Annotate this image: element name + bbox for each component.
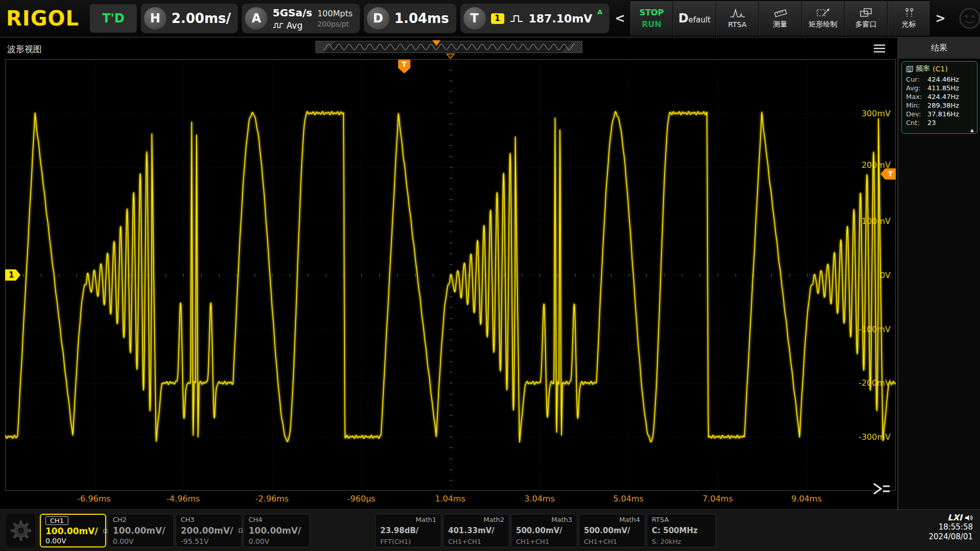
math-scale: 23.98dB/ — [380, 527, 436, 535]
stop-label: STOP — [640, 8, 664, 17]
measurement-doc-icon — [906, 66, 913, 72]
channel3-cell[interactable]: CH3 200.00mV/ Ω -95.51V — [176, 514, 242, 547]
run-label: RUN — [642, 19, 662, 29]
system-status: LXI 18:55:58 2024/08/01 — [929, 513, 973, 542]
hamburger-menu-icon[interactable] — [873, 43, 886, 54]
stop-run-button[interactable]: STOP RUN — [630, 1, 673, 36]
x-axis-label: -2.96ms — [255, 494, 288, 504]
math-name: Math3 — [551, 516, 572, 523]
delay-position-marker[interactable] — [446, 54, 455, 59]
math-scale: 401.33mV/ — [448, 527, 504, 535]
horizontal-overview-strip[interactable] — [315, 41, 582, 53]
delay-value: 1.04ms — [395, 11, 449, 26]
horizontal-settings-group[interactable]: H 2.00ms/ — [141, 4, 238, 33]
math-expression: CH1+CH1 — [448, 538, 504, 545]
x-axis-label: 9.04ms — [791, 494, 822, 504]
channel-name: CH2 — [113, 516, 169, 523]
channel-scale: 100.00mV/ Ω — [45, 527, 101, 536]
avg-waveform-icon — [273, 22, 284, 29]
math3-cell[interactable]: Math3 500.00mV/ CH1+CH1 — [511, 514, 577, 547]
stat-label: Max: — [906, 92, 927, 101]
channel1-cell[interactable]: CH1 100.00mV/ Ω 0.00V — [40, 514, 106, 547]
math1-cell[interactable]: Math1 23.98dB/ FFT(CH1) — [375, 514, 442, 547]
impedance-icon: Ω — [238, 526, 243, 535]
speaker-icon[interactable] — [965, 514, 973, 521]
y-axis-label: -300mV — [859, 432, 891, 442]
trigger-level-value: 187.10mV — [529, 12, 593, 25]
gear-icon — [9, 519, 33, 542]
top-toolbar: RIGOL T'D H 2.00ms/ A 5GSa/s Avg 100Mpts… — [0, 0, 980, 38]
spectrum-icon — [730, 8, 745, 18]
stat-label: Avg: — [906, 84, 927, 92]
stat-value: 411.85Hz — [927, 84, 959, 92]
rtsa-button[interactable]: RTSA — [716, 1, 759, 36]
grid-menu-icon[interactable] — [872, 482, 891, 496]
acquisition-col-right: 100Mpts 200ps/pt — [317, 9, 353, 28]
measure-button[interactable]: 测量 — [759, 1, 802, 36]
multi-window-label: 多窗口 — [855, 20, 877, 29]
math4-cell[interactable]: Math4 500.00mV/ CH1+CH1 — [579, 514, 645, 547]
quick-buttons: STOP RUN Default RTSA 测量 — [630, 1, 930, 36]
results-panel: 结果 频率 (C1) Cur: 424.46Hz Avg: — [898, 38, 980, 509]
toolbar-expand-icon[interactable]: > — [935, 11, 947, 26]
y-axis-label: 0V — [880, 270, 891, 280]
oscilloscope-screen: RIGOL T'D H 2.00ms/ A 5GSa/s Avg 100Mpts… — [0, 0, 980, 551]
horizontal-icon: H — [144, 7, 166, 30]
channel-offset: 0.00V — [113, 538, 169, 545]
rtsa-span: S: 20kHz — [652, 538, 711, 545]
draw-rect-button[interactable]: 矩形绘制 — [802, 1, 845, 36]
acquisition-settings-group[interactable]: A 5GSa/s Avg 100Mpts 200ps/pt — [242, 4, 360, 33]
timebase-value: 2.00ms/ — [172, 11, 231, 26]
trigger-icon: T — [463, 7, 486, 30]
channel2-cell[interactable]: CH2 100.00mV/ 0.00V — [108, 514, 174, 547]
y-axis-label: 200mV — [862, 160, 891, 170]
main-area: 波形视图 T 1 T 300mV 200mV 100mV 0V -100 — [0, 38, 980, 509]
cursor-button[interactable]: 光标 — [888, 1, 930, 36]
default-label: Default — [678, 11, 710, 26]
x-axis-label: -960µs — [348, 494, 376, 504]
measurement-row: Cnt: 23 — [906, 118, 973, 127]
measurement-source: (C1) — [933, 65, 948, 73]
stat-label: Cnt: — [906, 118, 927, 127]
acquisition-mode: Avg — [273, 20, 312, 31]
trigger-status-badge[interactable]: T'D — [90, 4, 137, 33]
default-button[interactable]: Default — [673, 1, 716, 36]
math-expression: CH1+CH1 — [584, 538, 640, 545]
measurement-name: 频率 — [916, 64, 930, 73]
math2-cell[interactable]: Math2 401.33mV/ CH1+CH1 — [443, 514, 509, 547]
y-axis-label: -200mV — [859, 378, 891, 388]
channel-offset: -95.51V — [181, 538, 237, 545]
multi-window-button[interactable]: 多窗口 — [845, 1, 888, 36]
channel4-cell[interactable]: CH4 100.00mV/ 0.00V — [243, 514, 310, 547]
x-axis-label: 7.04ms — [702, 494, 733, 504]
channel-name: CH4 — [249, 516, 305, 523]
trigger-settings-group[interactable]: T 1 187.10mV A — [460, 4, 610, 33]
collapse-card-icon[interactable]: ▲ — [970, 128, 974, 133]
stat-label: Cur: — [906, 75, 927, 84]
stat-value: 289.38Hz — [927, 101, 959, 110]
stat-value: 424.46Hz — [927, 75, 959, 84]
rtsa-cell[interactable]: RTSA C: 500MHz S: 20kHz — [647, 514, 716, 547]
overview-position-marker[interactable] — [432, 40, 440, 46]
trigger-source-badge: 1 — [491, 13, 504, 24]
assistant-ghost-icon[interactable] — [958, 7, 980, 30]
graticule-area[interactable]: T 1 T 300mV 200mV 100mV 0V -100mV -200mV… — [5, 59, 896, 508]
x-axis-label: 3.04ms — [524, 494, 555, 504]
toolbar-collapse-icon[interactable]: < — [614, 11, 626, 26]
channel-scale-value: 100.00mV/ — [249, 526, 301, 535]
measurement-row: Cur: 424.46Hz — [906, 75, 973, 84]
math-name: Math2 — [483, 516, 504, 523]
bottom-status-bar: CH1 100.00mV/ Ω 0.00V CH2 100.00mV/ 0.00… — [0, 509, 980, 551]
stat-label: Dev: — [906, 110, 927, 118]
math-expression: CH1+CH1 — [516, 538, 572, 545]
delay-settings-group[interactable]: D 1.04ms — [364, 4, 456, 33]
overview-waveform-canvas — [316, 41, 582, 53]
system-menu-tile[interactable] — [6, 514, 36, 547]
channel-scale-value: 100.00mV/ — [45, 527, 98, 536]
rtsa-label: RTSA — [728, 20, 747, 29]
waveform-canvas[interactable] — [5, 59, 896, 491]
acquisition-icon: A — [245, 7, 267, 30]
measurement-card-frequency[interactable]: 频率 (C1) Cur: 424.46Hz Avg: 411.85Hz Max:… — [901, 61, 977, 134]
channel-offset: 0.00V — [45, 537, 101, 545]
math-expression: FFT(CH1) — [380, 538, 436, 545]
